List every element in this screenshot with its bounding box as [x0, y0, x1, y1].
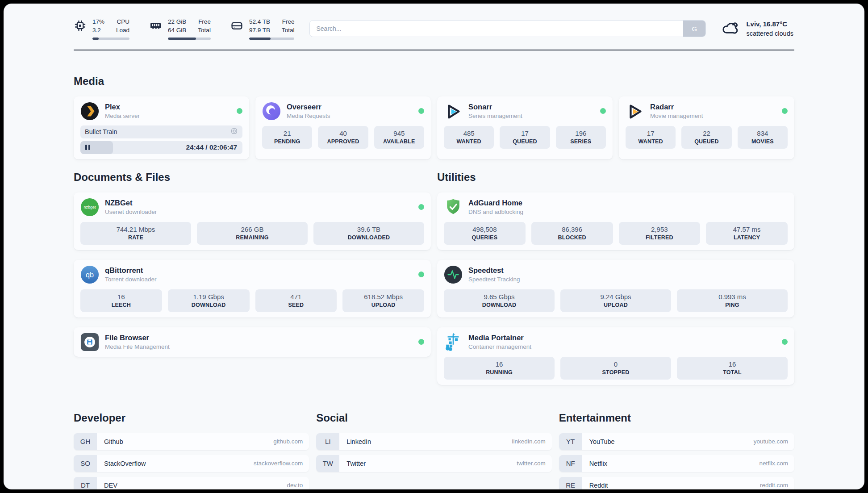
bookmark-stackoverflow[interactable]: SO StackOverflow stackoverflow.com — [74, 455, 309, 472]
stat-label: AVAILABLE — [376, 138, 422, 145]
portainer-card[interactable]: Media Portainer Container management 16 … — [437, 327, 794, 385]
sonarr-icon — [444, 102, 463, 121]
speedtest-card[interactable]: Speedtest Speedtest Tracking 9.65 Gbps D… — [437, 260, 794, 318]
status-dot — [782, 339, 788, 345]
stat-latency: 47.57 ms LATENCY — [706, 222, 788, 245]
bookmark-url: reddit.com — [760, 482, 788, 489]
plex-names: Plex Media server — [105, 102, 140, 120]
overseerr-card[interactable]: Overseerr Media Requests 21 PENDING 40 A… — [255, 96, 431, 159]
bookmark-abbr: GH — [74, 433, 97, 450]
adguard-stats: 498,508 QUERIES 86,396 BLOCKED 2,953 FIL… — [444, 222, 788, 245]
memory-progress-bar — [168, 38, 211, 40]
documents-stack: nzbget NZBGet Usenet downloader 74 — [74, 192, 431, 357]
bookmark-youtube[interactable]: YT YouTube youtube.com — [559, 433, 794, 450]
entertainment-section: Entertainment YT YouTube youtube.com NF … — [559, 412, 794, 489]
memory-progress-fill — [168, 38, 196, 40]
bookmark-abbr: DT — [74, 477, 97, 489]
bookmark-twitter[interactable]: TW Twitter twitter.com — [316, 455, 551, 472]
status-dot — [600, 108, 606, 114]
cpu-usage-value: 17% — [92, 18, 104, 26]
bookmark-netflix[interactable]: NF Netflix netflix.com — [559, 455, 794, 472]
stat-pending: 21 PENDING — [262, 126, 312, 149]
stat-value: 744.21 Mbps — [82, 226, 189, 233]
disk-total-label: Total — [282, 26, 295, 35]
bookmark-abbr: TW — [316, 455, 339, 472]
stat-label: FILTERED — [621, 234, 699, 241]
bookmark-url: github.com — [273, 438, 303, 445]
disk-free-value: 52.4 TB — [249, 18, 270, 26]
disk-progress-bar — [249, 38, 295, 40]
radarr-card[interactable]: Radarr Movie management 17 WANTED 22 QUE… — [619, 96, 794, 159]
stat-label: DOWNLOADED — [315, 234, 422, 241]
search-engine-button[interactable]: G — [683, 21, 705, 37]
bookmark-github[interactable]: GH Github github.com — [74, 433, 309, 450]
speedtest-icon — [444, 265, 463, 284]
cpu-label: CPU — [116, 18, 129, 26]
playback-progress-bar: 24:44 / 02:06:47 — [80, 141, 242, 154]
bookmark-reddit[interactable]: RE Reddit reddit.com — [559, 477, 794, 489]
service-subtitle: Media Requests — [287, 113, 330, 120]
bookmark-dev[interactable]: DT DEV dev.to — [74, 477, 309, 489]
stat-value: 485 — [446, 130, 492, 137]
cpu-widget: 17% 3.2 CPU Load — [74, 18, 129, 40]
qbittorrent-icon: qb — [80, 265, 99, 284]
service-name: Speedtest — [468, 266, 520, 275]
stat-value: 498,508 — [446, 226, 524, 233]
middle-columns: Documents & Files nzbget — [74, 159, 794, 385]
stat-wanted: 485 WANTED — [444, 126, 494, 149]
filebrowser-card[interactable]: File Browser Media File Management — [74, 327, 431, 357]
stat-value: 834 — [739, 130, 786, 137]
nzbget-card[interactable]: nzbget NZBGet Usenet downloader 74 — [74, 192, 431, 250]
stat-value: 945 — [376, 130, 422, 137]
weather-text: Lviv, 16.87°C scattered clouds — [746, 19, 793, 38]
status-dot — [418, 108, 424, 114]
utilities-stack: AdGuard Home DNS and adblocking 498,508 … — [437, 192, 794, 385]
bookmark-url: twitter.com — [517, 460, 546, 467]
sonarr-names: Sonarr Series management — [468, 102, 522, 120]
stat-label: PING — [679, 302, 786, 308]
bookmark-abbr: YT — [559, 433, 582, 450]
stat-value: 40 — [320, 130, 366, 137]
stat-label: DOWNLOAD — [170, 302, 248, 308]
stat-leech: 16 LEECH — [80, 289, 162, 312]
radarr-stats: 17 WANTED 22 QUEUED 834 MOVIES — [626, 126, 788, 149]
stat-value: 86,396 — [533, 226, 611, 233]
stat-value: 17 — [501, 130, 548, 137]
overseerr-card-header: Overseerr Media Requests — [262, 102, 424, 121]
stat-value: 9.65 Gbps — [446, 293, 553, 301]
search-input[interactable] — [309, 20, 706, 37]
service-subtitle: Movie management — [650, 113, 703, 120]
weather-location-temp: Lviv, 16.87°C — [746, 19, 793, 29]
svg-text:qb: qb — [86, 271, 94, 279]
stat-value: 47.57 ms — [708, 226, 786, 233]
adguard-names: AdGuard Home DNS and adblocking — [468, 198, 523, 216]
header-divider — [74, 50, 794, 50]
memory-total-value: 64 GiB — [168, 26, 186, 35]
stat-label: BLOCKED — [533, 234, 611, 241]
filebrowser-card-header: File Browser Media File Management — [80, 333, 424, 351]
service-name: Sonarr — [468, 102, 522, 112]
service-subtitle: Torrent downloader — [105, 276, 157, 284]
stat-label: TOTAL — [679, 369, 786, 376]
stat-running: 16 RUNNING — [444, 357, 555, 380]
sonarr-card[interactable]: Sonarr Series management 485 WANTED 17 Q… — [437, 96, 613, 159]
memory-widget: 22 GiB 64 GiB Free Total — [149, 18, 211, 40]
stat-value: 618.52 Mbps — [344, 293, 422, 301]
bookmark-name: LinkedIn — [346, 438, 371, 445]
dashboard-content: 17% 3.2 CPU Load — [74, 4, 794, 489]
radarr-card-header: Radarr Movie management — [626, 102, 788, 121]
bookmark-url: dev.to — [287, 482, 303, 489]
bookmark-linkedin[interactable]: LI LinkedIn linkedin.com — [316, 433, 551, 450]
top-bar: 17% 3.2 CPU Load — [74, 4, 794, 40]
search-bar: G — [309, 20, 706, 37]
disk-labels: Free Total — [282, 18, 295, 35]
disk-readout: 52.4 TB 97.9 TB Free Total — [249, 18, 295, 40]
plex-card[interactable]: Plex Media server Bullet Train — [74, 96, 249, 159]
stat-label: WANTED — [627, 138, 674, 145]
stat-approved: 40 APPROVED — [318, 126, 368, 149]
qbittorrent-card[interactable]: qb qBittorrent Torrent downloader — [74, 260, 431, 318]
stat-rate: 744.21 Mbps RATE — [80, 222, 191, 245]
service-name: Media Portainer — [468, 333, 531, 343]
plex-icon — [80, 102, 99, 121]
adguard-card[interactable]: AdGuard Home DNS and adblocking 498,508 … — [437, 192, 794, 250]
